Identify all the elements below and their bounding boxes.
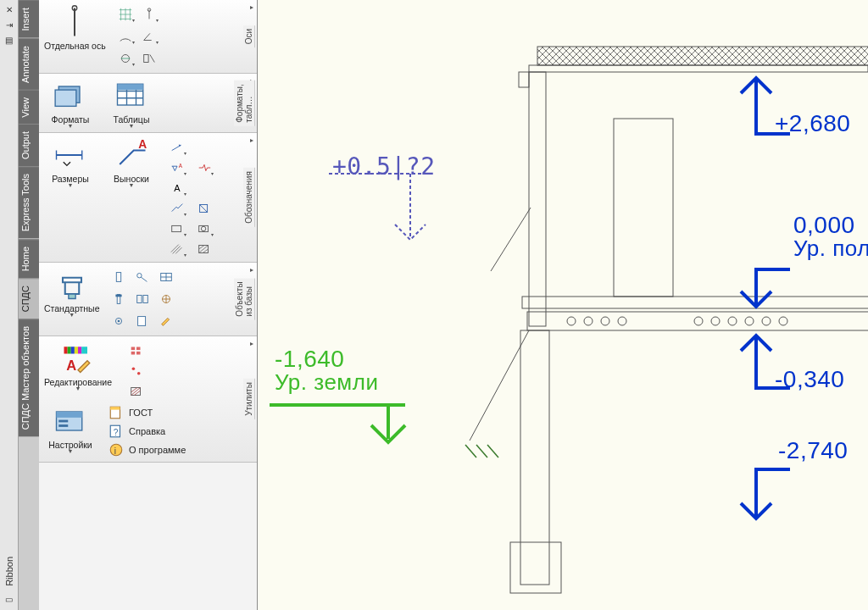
svg-point-53 — [110, 444, 122, 456]
btn-axis-single-v[interactable]: ▾ — [138, 5, 160, 24]
btn-gost[interactable]: ГОСТ — [108, 404, 186, 421]
svg-point-66 — [694, 317, 703, 325]
btn-tool1[interactable] — [155, 290, 177, 308]
btn-axis-angle[interactable]: ▾ — [138, 27, 160, 46]
btn-slope[interactable]: ▾ — [166, 138, 188, 157]
elev-editing-value[interactable]: +0.5|?2 — [332, 152, 436, 180]
panel-database: Стандартные ▼ ▸ Объекты из базы — [39, 263, 257, 336]
palette-titlebar: ✕ ⇥ ▤ Ribbon ▭ — [0, 0, 19, 610]
btn-util-hatch[interactable] — [125, 382, 147, 401]
svg-rect-55 — [537, 47, 868, 65]
panel-expand-icon[interactable]: ▸ — [250, 3, 253, 11]
btn-level[interactable]: A▾ — [166, 158, 188, 177]
svg-rect-38 — [131, 347, 136, 351]
svg-rect-50 — [110, 407, 120, 409]
expand-icon[interactable]: ⇥ — [3, 19, 15, 30]
svg-rect-34 — [75, 347, 78, 353]
panel-expand-icon[interactable]: ▸ — [250, 340, 253, 347]
svg-rect-46 — [57, 412, 82, 418]
svg-rect-10 — [118, 84, 143, 90]
tab-annotate[interactable]: Annotate — [19, 38, 39, 90]
tab-home[interactable]: Home — [19, 239, 39, 278]
svg-text:A: A — [179, 163, 183, 169]
btn-marker[interactable] — [131, 268, 153, 286]
btn-axis-section[interactable] — [138, 49, 160, 68]
svg-rect-39 — [136, 347, 141, 351]
btn-gear[interactable] — [108, 312, 130, 330]
svg-rect-6 — [143, 55, 147, 63]
svg-point-68 — [728, 317, 737, 325]
collapse-icon[interactable]: ▭ — [3, 593, 15, 605]
btn-standard[interactable]: Стандартные ▼ — [44, 268, 99, 332]
tab-spds[interactable]: СПДС — [19, 278, 39, 319]
btn-section[interactable] — [193, 199, 215, 218]
btn-edit[interactable]: A Редактирование ▼ — [44, 341, 112, 401]
btn-util-grid[interactable] — [125, 341, 147, 360]
svg-point-43 — [137, 372, 141, 375]
svg-point-62 — [567, 317, 576, 325]
drawing-canvas[interactable]: +0.5|?2 -1,640 Ур. земли +2,680 — [258, 0, 868, 610]
btn-formats[interactable]: Форматы ▼ — [44, 79, 97, 129]
btn-viewcut[interactable]: ▾ — [193, 219, 215, 238]
btn-pencil[interactable] — [155, 312, 177, 330]
svg-point-17 — [201, 226, 205, 230]
panel-axes: Отдельная ось ▾ ▾ ▾ ▾ ▾ ▸ Оси — [39, 0, 257, 74]
svg-text:i: i — [114, 446, 116, 456]
btn-text[interactable]: A▾ — [166, 179, 188, 197]
svg-point-67 — [711, 317, 720, 325]
elev-below1: -0,340 — [775, 366, 844, 393]
tab-spds-master[interactable]: СПДС Мастер объектов — [19, 319, 39, 436]
svg-rect-29 — [138, 317, 146, 326]
btn-hatch[interactable]: ▾ — [166, 240, 188, 258]
btn-weld[interactable]: ▾ — [166, 199, 188, 218]
elev-floor: 0,000 Ур. пола — [793, 212, 868, 262]
btn-sheet[interactable] — [131, 312, 153, 330]
btn-settings[interactable]: Настройки ▼ — [44, 404, 97, 458]
btn-about[interactable]: iО программе — [108, 441, 186, 458]
svg-rect-8 — [55, 90, 76, 106]
btn-beam[interactable] — [108, 268, 130, 286]
svg-rect-47 — [58, 420, 68, 423]
btn-leaders[interactable]: A Выноски ▼ — [105, 138, 158, 258]
elev-floor-arrow — [722, 264, 790, 315]
btn-help[interactable]: ?Справка — [108, 423, 186, 440]
elev-below2: -2,740 — [778, 437, 848, 464]
btn-break[interactable]: ▾ — [193, 158, 215, 177]
btn-group[interactable] — [131, 290, 153, 308]
svg-rect-32 — [68, 347, 71, 353]
tab-view[interactable]: View — [19, 90, 39, 125]
svg-point-65 — [618, 317, 626, 325]
svg-line-73 — [491, 208, 531, 271]
panel-expand-icon[interactable]: ▸ — [250, 136, 253, 144]
svg-rect-15 — [172, 225, 181, 231]
svg-point-69 — [745, 317, 754, 325]
panel-title: Обозначения — [243, 168, 255, 227]
tab-output[interactable]: Output — [19, 124, 39, 166]
elev-top: +2,680 — [775, 110, 850, 137]
btn-axis-circ[interactable]: ▾ — [114, 49, 136, 68]
btn-view[interactable]: ▾ — [166, 219, 188, 238]
svg-text:A: A — [138, 138, 147, 151]
elev-below2-arrow — [722, 464, 790, 532]
btn-grid-db[interactable] — [155, 268, 177, 286]
panel-title: Утилиты — [243, 379, 255, 419]
panel-formats: Форматы ▼ Таблицы ▼ ▸ Форматы, табл… — [39, 74, 257, 133]
btn-axis-arc[interactable]: ▾ — [114, 27, 136, 46]
btn-empty1 — [193, 138, 215, 157]
tab-express-tools[interactable]: Express Tools — [19, 166, 39, 238]
btn-tables[interactable]: Таблицы ▼ — [105, 79, 158, 129]
svg-rect-24 — [137, 296, 142, 303]
panel-expand-icon[interactable]: ▸ — [250, 266, 253, 274]
tab-insert[interactable]: Insert — [19, 0, 39, 38]
svg-rect-23 — [116, 295, 122, 297]
btn-hatch2[interactable] — [193, 240, 215, 258]
btn-dimensions[interactable]: Размеры ▼ — [44, 138, 97, 258]
close-icon[interactable]: ✕ — [3, 3, 15, 15]
svg-rect-31 — [64, 347, 68, 353]
btn-bolt[interactable] — [108, 290, 130, 308]
menu-icon[interactable]: ▤ — [3, 34, 15, 46]
btn-util-pt[interactable] — [125, 362, 147, 380]
btn-axis-grid[interactable]: ▾ — [114, 5, 136, 24]
btn-single-axis[interactable]: Отдельная ось — [44, 5, 106, 69]
svg-rect-60 — [522, 297, 868, 308]
